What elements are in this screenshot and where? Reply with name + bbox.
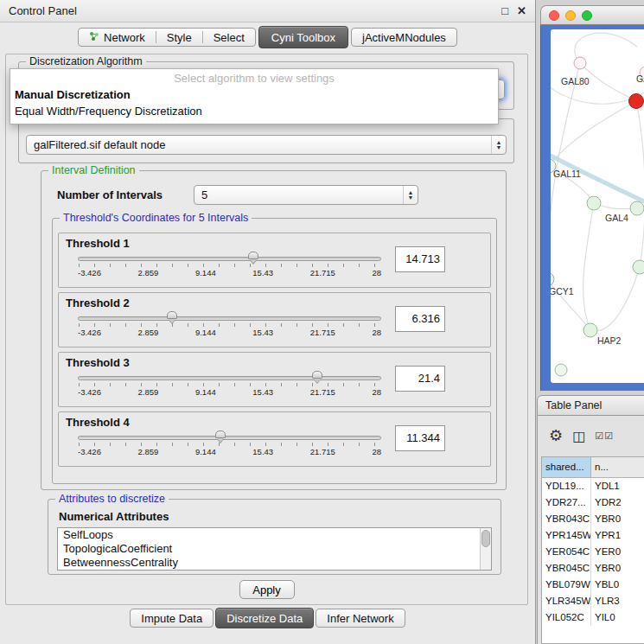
threshold-1-slider[interactable]: -3.4262.8599.14415.4321.71528: [78, 252, 381, 282]
table-cell[interactable]: YBL079W: [542, 577, 591, 593]
table-row[interactable]: YDR27... YDR2: [542, 494, 644, 511]
list-item[interactable]: BetweennessCentrality: [58, 556, 491, 570]
table-cell[interactable]: YBR0: [591, 511, 644, 527]
list-scrollbar[interactable]: [480, 528, 491, 570]
table-cell[interactable]: YDR2: [591, 494, 644, 511]
dropdown-option-manual[interactable]: Manual Discretization: [10, 86, 498, 103]
network-node[interactable]: [633, 260, 644, 274]
table-cell[interactable]: YBR0: [591, 560, 644, 577]
scrollbar-thumb[interactable]: [481, 530, 490, 547]
table-cell[interactable]: YBR043C: [542, 511, 591, 527]
threshold-4-panel: Threshold 4 -3.4262.8599.14415.4321.7152…: [58, 411, 491, 467]
node-label: GCY1: [551, 286, 574, 296]
network-node[interactable]: [630, 201, 644, 215]
table-cell[interactable]: YDL19...: [542, 478, 591, 494]
threshold-4-value-field[interactable]: 11.344: [395, 425, 445, 451]
table-row[interactable]: YBL079W YBL0: [542, 577, 644, 593]
zoom-button[interactable]: [582, 10, 592, 21]
numerical-attributes-label: Numerical Attributes: [59, 510, 169, 523]
table-panel-toolbar: ⚙ ◫ ☑☑: [538, 416, 644, 456]
threshold-1-value-field[interactable]: 14.713: [395, 246, 445, 272]
tab-group-left: Network Style Select: [78, 28, 256, 47]
numerical-attributes-list: SelfLoops TopologicalCoefficient Between…: [57, 527, 492, 571]
table-cell[interactable]: YLR3: [591, 593, 644, 609]
table-row[interactable]: YBR045C YBR0: [542, 560, 644, 577]
slider-track[interactable]: [78, 376, 381, 380]
select-columns-icon[interactable]: ☑☑: [595, 430, 614, 442]
table-cell[interactable]: YPR1: [591, 527, 644, 544]
columns-icon[interactable]: ◫: [572, 428, 585, 444]
slider-handle[interactable]: [215, 430, 226, 438]
node-label: GAL11: [553, 169, 581, 179]
network-canvas[interactable]: GAL80 GAL11 GAL4 GCY1 HAP2 GA: [551, 29, 644, 383]
table-cell[interactable]: YIL0: [591, 609, 644, 626]
table-data-group: Table Data galFiltered.sif default node …: [18, 118, 514, 163]
table-cell[interactable]: YBL0: [591, 577, 644, 593]
tab-jactivemnodules[interactable]: jActiveMNodules: [352, 29, 456, 46]
table-row[interactable]: YIL052C YIL0: [542, 609, 644, 626]
table-cell[interactable]: YER054C: [542, 544, 591, 560]
tab-impute-data[interactable]: Impute Data: [130, 609, 214, 628]
table-cell[interactable]: YIL052C: [542, 609, 591, 626]
slider-track[interactable]: [78, 316, 381, 321]
network-node[interactable]: [551, 272, 554, 286]
table-row[interactable]: YPR145W YPR1: [542, 527, 644, 544]
network-node-selected-red[interactable]: [629, 94, 644, 109]
right-region: GAL80 GAL11 GAL4 GCY1 HAP2 GA Table Pane…: [537, 0, 644, 644]
threshold-2-slider[interactable]: -3.4262.8599.14415.4321.71528: [78, 312, 381, 341]
network-node[interactable]: [587, 196, 601, 210]
threshold-3-panel: Threshold 3 -3.4262.8599.14415.4321.7152…: [58, 352, 491, 407]
table-cell[interactable]: YER0: [591, 544, 644, 560]
column-header-name[interactable]: n...: [591, 457, 644, 477]
table-row[interactable]: YDL19... YDL1: [542, 478, 644, 494]
slider-handle[interactable]: [167, 311, 177, 319]
threshold-2-value-field[interactable]: 6.316: [395, 306, 445, 332]
network-node[interactable]: [555, 364, 567, 376]
group-title: Interval Definition: [48, 164, 139, 176]
gear-icon[interactable]: ⚙: [549, 426, 563, 445]
slider-track[interactable]: [78, 436, 381, 440]
dropdown-placeholder: Select algorithm to view settings: [10, 69, 498, 86]
close-button[interactable]: [549, 10, 559, 21]
node-attribute-table: shared... n... YDL19... YDL1 YDR27... YD…: [541, 456, 644, 644]
table-row[interactable]: YLR345W YLR3: [542, 593, 644, 609]
list-item[interactable]: SelfLoops: [58, 528, 491, 542]
slider-ticks: [79, 323, 380, 327]
network-node[interactable]: [574, 57, 586, 69]
table-row[interactable]: YBR043C YBR0: [542, 511, 644, 527]
tab-infer-network[interactable]: Infer Network: [316, 609, 405, 628]
tab-select[interactable]: Select: [203, 29, 255, 46]
column-header-shared[interactable]: shared...: [542, 457, 591, 477]
threshold-3-slider[interactable]: -3.4262.8599.14415.4321.71528: [78, 372, 381, 401]
tab-infer-network-label: Infer Network: [327, 612, 393, 625]
minimize-button[interactable]: [565, 10, 576, 21]
group-title: Discretization Algorithm: [26, 55, 146, 67]
table-cell[interactable]: YBR045C: [542, 560, 591, 577]
tab-style[interactable]: Style: [156, 29, 202, 46]
table-cell[interactable]: YLR345W: [542, 593, 591, 609]
slider-handle[interactable]: [312, 371, 322, 379]
apply-button[interactable]: Apply: [239, 580, 295, 599]
table-cell[interactable]: YPR145W: [542, 527, 591, 544]
threshold-4-slider[interactable]: -3.4262.8599.14415.4321.71528: [78, 431, 381, 461]
table-panel-titlebar: Table Panel: [537, 395, 644, 416]
table-cell[interactable]: YDL1: [591, 478, 644, 494]
float-window-icon[interactable]: □: [501, 4, 508, 17]
network-node[interactable]: [583, 323, 597, 337]
tab-network[interactable]: Network: [79, 29, 156, 46]
table-row[interactable]: YER054C YER0: [542, 544, 644, 560]
number-of-intervals-combobox[interactable]: 5 ▲▼: [194, 185, 418, 205]
top-tab-bar: Network Style Select Cyni Toolbox jActiv…: [0, 22, 535, 52]
slider-handle[interactable]: [248, 252, 258, 259]
threshold-3-value-field[interactable]: 21.4: [395, 366, 445, 392]
close-icon[interactable]: ✕: [517, 4, 526, 17]
table-panel-window: ⚙ ◫ ☑☑ shared... n... YDL19... YDL1 YDR2…: [537, 416, 644, 644]
table-cell[interactable]: YDR27...: [542, 494, 591, 511]
dropdown-option-equal-width[interactable]: Equal Width/Frequency Discretization: [10, 103, 498, 119]
tab-discretize-data[interactable]: Discretize Data: [215, 608, 314, 628]
table-data-combobox[interactable]: galFiltered.sif default node ▲▼: [26, 135, 507, 155]
slider-track[interactable]: [78, 257, 381, 261]
network-view-window: GAL80 GAL11 GAL4 GCY1 HAP2 GA: [540, 5, 644, 391]
list-item[interactable]: TopologicalCoefficient: [58, 542, 491, 556]
tab-cyni-toolbox[interactable]: Cyni Toolbox: [258, 26, 348, 48]
